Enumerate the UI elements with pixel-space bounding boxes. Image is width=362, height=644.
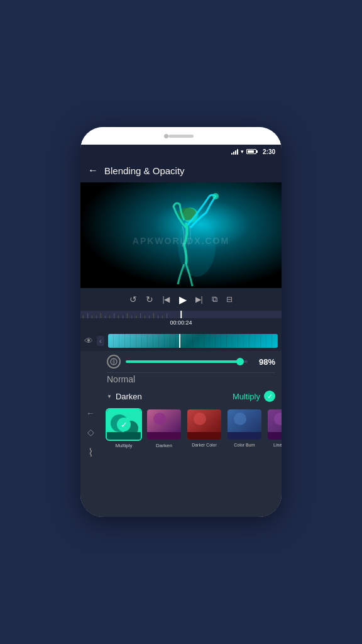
blend-active-label: Multiply [233, 392, 260, 401]
blend-section-title: ▼ Darken [107, 392, 142, 401]
blend-icon [107, 355, 121, 369]
ruler-tick [105, 316, 106, 318]
blend-thumb-img-darken [146, 408, 182, 441]
camera-dot [164, 134, 168, 138]
ruler-tick [127, 313, 128, 318]
linear-burn-thumbnail [268, 409, 282, 441]
check-overlay: ✓ [107, 409, 141, 440]
playhead-clip [179, 334, 180, 348]
status-bar-right: ▾ 2:30 [231, 148, 275, 155]
blend-active-container: Multiply ✓ [233, 391, 275, 402]
signal-bar-1 [231, 153, 233, 155]
blend-section-header: ▼ Darken Multiply ✓ [101, 387, 282, 406]
opacity-thumb [236, 358, 244, 365]
battery-icon [246, 149, 258, 154]
ruler-tick [83, 316, 84, 318]
blend-active-check: ✓ [264, 391, 275, 402]
color-burn-thumbnail [228, 409, 263, 441]
blend-label-3: Color Burn [234, 443, 255, 447]
redo-button[interactable]: ↻ [146, 294, 153, 304]
blend-thumb-darken[interactable]: Darken [146, 408, 182, 448]
video-preview: APKWORLDX.COM [80, 182, 282, 288]
back-button[interactable]: ← [88, 165, 98, 176]
check-mark: ✓ [121, 420, 128, 430]
ruler-tick [167, 313, 167, 318]
app-container: ▾ 2:30 ← Blending & Opacity [80, 145, 282, 517]
skip-forward-button[interactable]: ▶| [195, 295, 203, 304]
ruler-tick [153, 313, 154, 318]
bookmark-button[interactable]: ⊟ [226, 295, 233, 304]
blend-label-2: Darker Color [192, 443, 217, 447]
blend-thumbnails: ✓ Multiply [101, 406, 282, 453]
blend-thumb-linear-burn[interactable]: Linear Bu... [266, 408, 282, 448]
blend-thumb-color-burn[interactable]: Color Burn [226, 408, 263, 448]
timeline-strip: 00:00:24 [80, 311, 282, 331]
signal-icon [231, 148, 238, 155]
blend-thumb-img-darker-color [186, 408, 222, 441]
blend-mode-label: Normal [101, 373, 282, 387]
time-display: 00:00:24 [170, 319, 192, 326]
copy-button[interactable]: ⧉ [212, 294, 217, 304]
eye-button[interactable]: 👁 [84, 336, 93, 346]
svg-point-16 [194, 413, 206, 425]
top-nav: ← Blending & Opacity [80, 158, 282, 182]
battery-fill [248, 150, 254, 153]
page-title: Blending & Opacity [104, 165, 185, 176]
svg-point-12 [153, 413, 166, 425]
signal-bar-3 [235, 150, 236, 155]
curve-tool[interactable]: ⌇ [88, 446, 94, 460]
ruler-tick [92, 316, 92, 318]
status-bar: ▾ 2:30 [80, 145, 282, 158]
svg-point-19 [234, 413, 246, 425]
ruler-tick [96, 316, 97, 318]
svg-rect-23 [268, 432, 282, 441]
phone-top-bar [80, 127, 282, 145]
blend-thumb-img-linear-burn [266, 408, 282, 441]
bottom-panel-inner: ← ◇ ⌇ [80, 351, 282, 517]
playhead-ruler [180, 311, 182, 318]
phone-frame: ▾ 2:30 ← Blending & Opacity [80, 127, 282, 517]
opacity-slider[interactable] [126, 360, 248, 363]
blend-thumb-img-color-burn [226, 408, 263, 441]
blend-thumb-darker-color[interactable]: Darker Color [186, 408, 222, 448]
opacity-slider-fill [126, 360, 241, 363]
ruler-tick [101, 313, 101, 318]
video-bg: APKWORLDX.COM [80, 182, 282, 288]
bottom-panel: ← ◇ ⌇ [80, 351, 282, 517]
clip-texture [108, 334, 278, 348]
timeline-controls: ↺ ↻ |◀ ▶ ▶| ⧉ ⊟ [80, 288, 282, 311]
ruler-tick [87, 313, 88, 318]
watermark: APKWORLDX.COM [133, 236, 229, 246]
skip-back-button[interactable]: |◀ [162, 295, 170, 304]
undo-button[interactable]: ↺ [129, 294, 137, 304]
ruler-tick [131, 316, 132, 318]
ruler-tick [158, 316, 158, 318]
opacity-value: 98% [253, 357, 275, 367]
track-expand-button[interactable]: ‹ [97, 336, 104, 346]
clip-track: 👁 ‹ [80, 331, 282, 351]
clip-bar[interactable] [108, 334, 278, 348]
battery-body [246, 149, 256, 154]
ruler-tick [140, 313, 141, 318]
blend-label-0: Multiply [115, 443, 132, 448]
ruler-tick [109, 316, 110, 318]
left-tool-bar: ← ◇ ⌇ [80, 351, 101, 517]
status-time: 2:30 [263, 148, 275, 155]
svg-rect-13 [147, 432, 182, 441]
ruler-tick [162, 316, 163, 318]
signal-bar-4 [237, 149, 238, 155]
blend-label-1: Darken [156, 443, 172, 448]
check-icon: ✓ [267, 392, 273, 401]
diamond-tool[interactable]: ◇ [87, 427, 94, 437]
play-button[interactable]: ▶ [179, 294, 187, 306]
back-tool-button[interactable]: ← [86, 408, 95, 418]
opacity-row: 98% [101, 351, 282, 372]
darken-thumbnail [147, 409, 182, 441]
battery-tip [256, 150, 258, 153]
ruler-tick [123, 316, 123, 318]
ruler-tick [145, 316, 145, 318]
ruler-tick [149, 316, 150, 318]
darker-color-thumbnail [187, 409, 222, 441]
speaker [168, 135, 194, 138]
blend-thumb-multiply[interactable]: ✓ Multiply [106, 408, 142, 448]
